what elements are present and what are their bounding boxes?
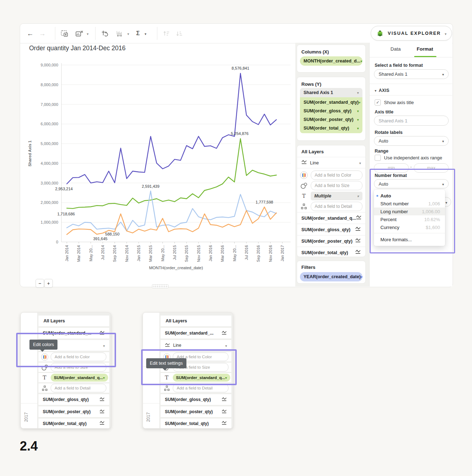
panel-resize-handle[interactable] bbox=[152, 284, 168, 288]
detail-field-input[interactable]: Add a field to Detail bbox=[311, 202, 362, 211]
layer-item-poster[interactable]: SUM(order_poster_qty) bbox=[38, 406, 109, 417]
active-tab-underline bbox=[414, 56, 436, 57]
layer-item-gloss[interactable]: SUM(order_gloss_qty) bbox=[161, 394, 231, 405]
chevron-down-icon[interactable] bbox=[357, 117, 359, 122]
chevron-down-icon[interactable] bbox=[357, 90, 359, 95]
layer-item-standard[interactable]: SUM(order_standard_... bbox=[161, 328, 231, 339]
menu-item-example: 10.62% bbox=[424, 217, 440, 222]
chevron-down-icon[interactable] bbox=[359, 159, 361, 166]
menu-item-percent[interactable]: Percent 10.62% bbox=[374, 215, 445, 223]
show-axis-title-checkbox[interactable] bbox=[375, 99, 381, 106]
visual-explorer-logo-icon bbox=[376, 29, 384, 37]
independent-range-checkbox[interactable] bbox=[375, 155, 381, 161]
text-field-select[interactable]: Multiple bbox=[311, 192, 362, 200]
duplicate-chart-icon[interactable] bbox=[59, 28, 70, 38]
menu-item-auto[interactable]: Auto bbox=[374, 192, 445, 200]
layer-item-total[interactable]: SUM(order_total_qty) bbox=[161, 419, 231, 428]
chevron-down-icon[interactable] bbox=[357, 108, 359, 113]
layer-item-total[interactable]: SUM(order_total_qty) bbox=[297, 247, 365, 258]
line-chart-icon bbox=[100, 331, 105, 336]
tab-data[interactable]: Data bbox=[390, 46, 401, 52]
color-field-input[interactable]: Add a field to Color bbox=[51, 353, 106, 361]
detail-field-row: Add a field to Detail bbox=[38, 383, 109, 393]
color-icon[interactable] bbox=[41, 353, 48, 361]
rotate-labels-select[interactable]: Auto bbox=[374, 136, 449, 146]
select-value: Auto bbox=[379, 181, 388, 187]
color-field-input[interactable]: Add a field to Color bbox=[311, 171, 362, 180]
text-field-select[interactable]: SUM(order_standard_q... bbox=[51, 374, 108, 382]
rows-pill-standard-qty[interactable]: SUM(order_standard_qty) bbox=[300, 98, 362, 107]
back-icon[interactable] bbox=[25, 28, 35, 38]
text-field-value: SUM(order_standard_q... bbox=[176, 375, 225, 380]
rotate-labels-label: Rotate labels bbox=[375, 130, 403, 135]
zoom-in-button[interactable]: + bbox=[44, 279, 53, 288]
svg-text:Jul 2015: Jul 2015 bbox=[172, 245, 177, 260]
layer-item-poster[interactable]: SUM(order_poster_qty) bbox=[161, 406, 231, 417]
layer-label: SUM(order_standard_... bbox=[43, 331, 91, 336]
menu-item-short-number[interactable]: Short number 1,006 bbox=[374, 200, 445, 207]
chevron-down-icon[interactable] bbox=[359, 100, 361, 105]
line-chart-icon bbox=[355, 238, 361, 244]
zoom-out-button[interactable]: − bbox=[36, 279, 44, 288]
text-icon[interactable] bbox=[300, 192, 308, 200]
detail-field-input[interactable]: Add a field to Detail bbox=[173, 384, 228, 392]
layer-label: SUM(order_poster_qty) bbox=[165, 409, 213, 414]
aggregate-sigma-icon[interactable] bbox=[134, 28, 142, 38]
tab-format[interactable]: Format bbox=[417, 46, 433, 52]
rows-pill-total-qty[interactable]: SUM(order_total_qty) bbox=[300, 124, 362, 132]
detail-field-input[interactable]: Add a field to Detail bbox=[51, 384, 106, 392]
size-icon[interactable] bbox=[300, 182, 308, 190]
chart-type-select[interactable]: Line bbox=[297, 157, 365, 168]
forward-icon bbox=[37, 28, 47, 38]
detail-field-row: Add a field to Detail bbox=[297, 202, 365, 211]
visual-explorer-menu-button[interactable]: VISUAL EXPLORER bbox=[371, 26, 452, 41]
range-max-input[interactable]: max bbox=[414, 163, 449, 173]
axis-section-header[interactable]: AXIS bbox=[375, 88, 389, 93]
remove-chart-caret-icon[interactable] bbox=[85, 28, 91, 38]
filter-pill-year[interactable]: YEAR(order_created_date) bbox=[300, 272, 362, 281]
menu-item-long-number[interactable]: Long number 1,006.00 bbox=[374, 207, 445, 215]
all-layers-title: All Layers bbox=[301, 149, 324, 154]
range-label: Range bbox=[375, 149, 388, 154]
layer-item-poster[interactable]: SUM(order_poster_qty) bbox=[297, 235, 365, 246]
axis-title-input[interactable]: Shared Axis 1 bbox=[374, 116, 449, 126]
aggregate-caret-icon[interactable] bbox=[143, 28, 148, 38]
layer-item-gloss[interactable]: SUM(order_gloss_qty) bbox=[297, 224, 365, 235]
text-icon[interactable] bbox=[163, 374, 171, 382]
text-field-select[interactable]: SUM(order_standard_q... bbox=[173, 374, 230, 382]
layer-item-gloss[interactable]: SUM(order_gloss_qty) bbox=[38, 394, 109, 405]
svg-text:6,000,000: 6,000,000 bbox=[41, 122, 58, 126]
remove-chart-icon[interactable] bbox=[74, 28, 85, 38]
range-min-input[interactable]: min bbox=[374, 163, 409, 173]
chevron-down-icon[interactable] bbox=[361, 274, 362, 279]
chevron-down-icon[interactable] bbox=[357, 126, 359, 131]
transpose-axes-icon[interactable] bbox=[99, 28, 110, 38]
color-icon[interactable] bbox=[300, 171, 308, 179]
menu-item-currency[interactable]: Currency $1,600 bbox=[374, 223, 445, 231]
size-field-input[interactable]: Add a field to Size bbox=[311, 181, 362, 190]
detail-icon[interactable] bbox=[163, 384, 171, 392]
menu-item-more-formats[interactable]: More formats... bbox=[374, 235, 445, 244]
chart-type-select[interactable]: Line bbox=[161, 340, 231, 351]
number-format-select[interactable]: Auto bbox=[374, 179, 449, 188]
rows-pill-gloss-qty[interactable]: SUM(order_gloss_qty) bbox=[300, 107, 362, 115]
svg-text:Jan 2014: Jan 2014 bbox=[65, 245, 69, 261]
bar-width-caret-icon[interactable] bbox=[125, 28, 131, 38]
layer-item-standard[interactable]: SUM(order_standard_... bbox=[38, 328, 109, 339]
rows-pill-poster-qty[interactable]: SUM(order_poster_qty) bbox=[300, 115, 362, 124]
detail-icon[interactable] bbox=[41, 384, 48, 392]
columns-pill-month[interactable]: MONTH(order_created_d... bbox=[300, 56, 362, 66]
chevron-down-icon[interactable] bbox=[357, 193, 359, 199]
svg-text:1,777,598: 1,777,598 bbox=[256, 200, 273, 204]
field-to-format-select[interactable]: Shared Axis 1 bbox=[374, 69, 449, 79]
bar-width-icon[interactable] bbox=[114, 28, 125, 38]
layer-item-standard[interactable]: SUM(order_standard_q... bbox=[297, 212, 365, 223]
size-icon[interactable] bbox=[41, 363, 48, 371]
shared-axis-pill[interactable]: Shared Axis 1 bbox=[300, 88, 362, 97]
text-icon[interactable] bbox=[41, 374, 48, 382]
chevron-down-icon[interactable] bbox=[360, 59, 362, 64]
detail-icon[interactable] bbox=[300, 202, 308, 210]
svg-text:Jul 2016: Jul 2016 bbox=[244, 245, 249, 260]
layer-item-total[interactable]: SUM(order_total_qty) bbox=[38, 419, 109, 428]
size-field-input[interactable]: Add a field to Size bbox=[51, 363, 106, 372]
